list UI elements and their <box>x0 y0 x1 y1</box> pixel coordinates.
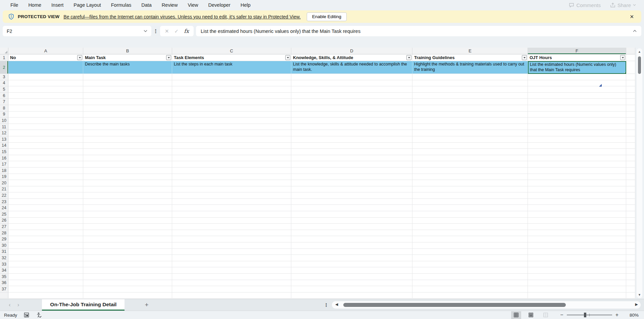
row-number-21[interactable]: 21 <box>0 186 8 193</box>
column-header-B[interactable]: B <box>83 48 172 54</box>
cell-F24[interactable] <box>528 205 626 211</box>
cell-A29[interactable] <box>8 236 83 242</box>
cell-D12[interactable] <box>291 130 412 136</box>
cell-C27[interactable] <box>172 224 291 230</box>
cell-A8[interactable] <box>8 105 83 111</box>
filter-dropdown-icon[interactable] <box>406 55 411 60</box>
cell-D14[interactable] <box>291 143 412 149</box>
cell-C31[interactable] <box>172 249 291 255</box>
cell-A21[interactable] <box>8 186 83 193</box>
cell-D22[interactable] <box>291 192 412 199</box>
cell-E34[interactable] <box>412 267 528 274</box>
cell-D7[interactable] <box>291 99 412 105</box>
cell-C9[interactable] <box>172 111 291 118</box>
header-cell-B1[interactable]: Main Task <box>83 54 172 61</box>
name-box[interactable]: F2 <box>3 26 151 36</box>
cell-A5[interactable] <box>8 86 83 93</box>
cell-C22[interactable] <box>172 192 291 199</box>
cell-D16[interactable] <box>291 155 412 162</box>
cell-E25[interactable] <box>412 211 528 218</box>
menu-insert[interactable]: Insert <box>46 2 68 8</box>
cell-D37[interactable] <box>291 286 412 292</box>
row-number-10[interactable]: 10 <box>0 118 8 124</box>
cell-B9[interactable] <box>83 111 172 118</box>
share-button[interactable]: Share <box>605 2 641 8</box>
cell-D10[interactable] <box>291 118 412 124</box>
cell-D36[interactable] <box>291 280 412 286</box>
cell-B27[interactable] <box>83 224 172 230</box>
cell-C32[interactable] <box>172 255 291 261</box>
cell-E14[interactable] <box>412 143 528 149</box>
row-number-11[interactable]: 11 <box>0 124 8 130</box>
header-cell-C1[interactable]: Task Elements <box>172 54 291 61</box>
cell-B2[interactable]: Describe the main tasks <box>83 61 172 74</box>
horizontal-scrollbar-thumb[interactable] <box>343 303 566 307</box>
row-number-12[interactable]: 12 <box>0 130 8 136</box>
row-number-8[interactable]: 8 <box>0 105 8 111</box>
cell-C7[interactable] <box>172 99 291 105</box>
cell-E38[interactable] <box>412 292 528 299</box>
row-number-29[interactable]: 29 <box>0 236 8 242</box>
cell-C12[interactable] <box>172 130 291 136</box>
cell-A38[interactable] <box>8 292 83 299</box>
cell-F16[interactable] <box>528 155 626 162</box>
cell-D8[interactable] <box>291 105 412 111</box>
banner-message-link[interactable]: Be careful—files from the Internet can c… <box>63 14 301 19</box>
row-number-15[interactable]: 15 <box>0 149 8 155</box>
cell-D5[interactable] <box>291 86 412 93</box>
header-cell-A1[interactable]: No <box>8 54 83 61</box>
cell-C8[interactable] <box>172 105 291 111</box>
cell-E12[interactable] <box>412 130 528 136</box>
cell-E28[interactable] <box>412 230 528 236</box>
formula-input[interactable]: List the estimated hours (Numeric values… <box>196 26 641 36</box>
cell-F8[interactable] <box>528 105 626 111</box>
row-number-32[interactable]: 32 <box>0 255 8 261</box>
cell-E7[interactable] <box>412 99 528 105</box>
cell-C35[interactable] <box>172 274 291 280</box>
cell-A23[interactable] <box>8 199 83 205</box>
cell-B22[interactable] <box>83 192 172 199</box>
menu-review[interactable]: Review <box>157 2 183 8</box>
vertical-scrollbar-thumb[interactable] <box>638 56 641 74</box>
cell-E5[interactable] <box>412 86 528 93</box>
cell-C10[interactable] <box>172 118 291 124</box>
cell-E21[interactable] <box>412 186 528 193</box>
cell-D17[interactable] <box>291 161 412 168</box>
add-sheet-button[interactable]: + <box>142 301 151 309</box>
cell-F38[interactable] <box>528 292 626 299</box>
formula-bar-resize-handle[interactable]: ⋮ <box>151 28 160 34</box>
cell-E13[interactable] <box>412 136 528 143</box>
cell-E17[interactable] <box>412 161 528 168</box>
cell-F19[interactable] <box>528 174 626 180</box>
row-number-26[interactable]: 26 <box>0 218 8 224</box>
cell-C14[interactable] <box>172 143 291 149</box>
cell-A14[interactable] <box>8 143 83 149</box>
cell-E33[interactable] <box>412 261 528 268</box>
cell-C38[interactable] <box>172 292 291 299</box>
cell-F20[interactable] <box>528 180 626 186</box>
cell-F12[interactable] <box>528 130 626 136</box>
cell-F33[interactable] <box>528 261 626 268</box>
row-number-34[interactable]: 34 <box>0 267 8 274</box>
cancel-entry-icon[interactable]: ✕ <box>165 28 169 34</box>
cell-C19[interactable] <box>172 174 291 180</box>
cell-C23[interactable] <box>172 199 291 205</box>
row-number-6[interactable]: 6 <box>0 93 8 99</box>
cell-C6[interactable] <box>172 93 291 99</box>
cell-E24[interactable] <box>412 205 528 211</box>
header-cell-E1[interactable]: Training Guidelines <box>412 54 528 61</box>
cell-B29[interactable] <box>83 236 172 242</box>
cell-D33[interactable] <box>291 261 412 268</box>
row-number-14[interactable]: 14 <box>0 143 8 149</box>
sheet-options-icon[interactable]: ⋮ <box>320 302 332 308</box>
cell-B36[interactable] <box>83 280 172 286</box>
column-header-F[interactable]: F <box>528 48 626 54</box>
menu-help[interactable]: Help <box>236 2 256 8</box>
row-number-35[interactable]: 35 <box>0 274 8 280</box>
cell-E20[interactable] <box>412 180 528 186</box>
cell-C4[interactable] <box>172 80 291 87</box>
cell-D9[interactable] <box>291 111 412 118</box>
macro-record-icon[interactable] <box>24 312 29 318</box>
cell-E31[interactable] <box>412 249 528 255</box>
cell-A22[interactable] <box>8 192 83 199</box>
